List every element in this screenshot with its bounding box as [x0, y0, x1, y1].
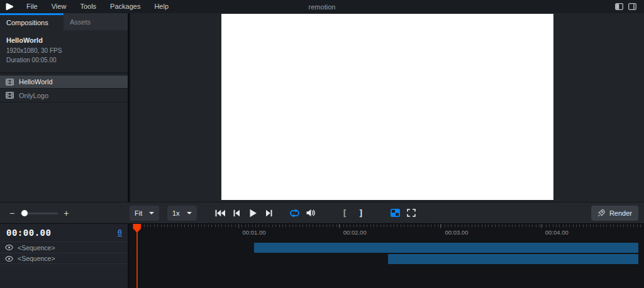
- timeline-time-row: 00:00.00 0: [0, 224, 128, 241]
- render-button-label: Render: [609, 209, 632, 217]
- tab-assets[interactable]: Assets: [64, 13, 128, 30]
- ruler-label: 00:01.00: [243, 229, 266, 236]
- left-sidebar: Compositions Assets HelloWorld 1920x1080…: [0, 13, 129, 202]
- zoom-slider[interactable]: [20, 209, 58, 217]
- timeline-zoom-controls: − +: [0, 209, 130, 218]
- fullscreen-icon[interactable]: [405, 207, 418, 219]
- sequence-bar-2[interactable]: [388, 254, 638, 264]
- ruler-tick: [541, 224, 541, 228]
- composition-list: HelloWorld OnlyLogo: [0, 75, 128, 102]
- remotion-studio-window: File View Tools Packages Help remotion C…: [0, 0, 644, 288]
- video-canvas[interactable]: [221, 14, 553, 200]
- composition-info: HelloWorld 1920x1080, 30 FPS Duration 00…: [0, 30, 128, 74]
- playhead-marker[interactable]: [133, 224, 141, 233]
- chevron-down-icon: [149, 212, 154, 214]
- rocket-icon: [597, 209, 606, 217]
- player-toolbar: − + Fit 1x: [0, 202, 644, 223]
- play-button[interactable]: [247, 207, 259, 219]
- toggle-right-panel-icon[interactable]: [628, 3, 636, 10]
- ruler-label: 00:04.00: [545, 229, 569, 236]
- film-icon: [6, 79, 14, 86]
- ruler-tick: [339, 224, 340, 228]
- set-in-point-button[interactable]: [: [338, 207, 351, 219]
- ruler-label: 00:02.00: [343, 229, 367, 236]
- track-row-sequence-1[interactable]: <Sequence>: [0, 241, 128, 253]
- film-icon: [6, 92, 14, 99]
- current-timecode: 00:00.00: [6, 228, 51, 238]
- menu-packages[interactable]: Packages: [103, 0, 147, 13]
- render-button[interactable]: Render: [591, 206, 638, 221]
- out-point-bracket: ]: [358, 208, 364, 218]
- visibility-eye-icon[interactable]: [5, 245, 13, 250]
- menu-tools[interactable]: Tools: [73, 0, 103, 13]
- menu-help[interactable]: Help: [147, 0, 175, 13]
- set-out-point-button[interactable]: ]: [355, 207, 367, 219]
- playhead-line: [136, 224, 138, 288]
- track-label: <Sequence>: [18, 244, 55, 252]
- menu-file[interactable]: File: [19, 0, 45, 13]
- zoom-in-button[interactable]: +: [64, 209, 69, 218]
- playback-speed-dropdown[interactable]: 1x: [167, 206, 197, 221]
- toggle-left-panel-icon[interactable]: [615, 3, 623, 10]
- ruler-tick: [238, 224, 239, 228]
- jump-to-start-button[interactable]: [214, 207, 226, 219]
- remotion-logo-icon[interactable]: [5, 3, 14, 11]
- canvas-size-dropdown[interactable]: Fit: [130, 206, 159, 221]
- visibility-eye-icon[interactable]: [5, 256, 13, 262]
- track-label: <Sequence>: [18, 255, 55, 262]
- panel-toggles: [615, 3, 644, 10]
- in-point-bracket: [: [342, 208, 347, 218]
- timeline-panel: 00:00.00 0 <Sequence> <Sequence>: [0, 223, 644, 288]
- timeline-track-header: 00:00.00 0 <Sequence> <Sequence>: [0, 224, 129, 288]
- current-frame-link[interactable]: 0: [118, 228, 122, 237]
- chevron-down-icon: [187, 212, 192, 214]
- volume-icon[interactable]: [304, 207, 317, 219]
- previous-frame-button[interactable]: [230, 207, 243, 219]
- composition-duration: Duration 00:05.00: [6, 56, 121, 65]
- tab-compositions[interactable]: Compositions: [0, 13, 64, 30]
- menu-view[interactable]: View: [45, 0, 74, 13]
- zoom-slider-knob[interactable]: [21, 210, 28, 216]
- composition-resolution: 1920x1080, 30 FPS: [6, 47, 121, 56]
- ruler-tick: [440, 224, 441, 228]
- preview-area: [130, 13, 644, 202]
- playback-speed-value: 1x: [172, 209, 180, 217]
- playback-controls: Fit 1x: [130, 206, 418, 221]
- composition-name: HelloWorld: [6, 36, 121, 44]
- sidebar-tabs: Compositions Assets: [0, 13, 128, 30]
- composition-item-label: HelloWorld: [19, 78, 53, 86]
- composition-item-label: OnlyLogo: [19, 92, 48, 99]
- composition-item-onlylogo[interactable]: OnlyLogo: [0, 89, 128, 102]
- ruler-label: 00:03.00: [445, 229, 468, 236]
- timeline-ruler-minor-ticks: [137, 224, 644, 227]
- zoom-out-button[interactable]: −: [9, 209, 14, 218]
- loop-toggle-icon[interactable]: [288, 207, 301, 219]
- menubar: File View Tools Packages Help remotion: [0, 0, 644, 13]
- next-frame-button[interactable]: [263, 207, 275, 219]
- track-row-sequence-2[interactable]: <Sequence>: [0, 253, 128, 264]
- transparency-toggle-icon[interactable]: [389, 207, 401, 219]
- timeline-tracks-area[interactable]: 00:01.00 00:02.00 00:03.00 00:04.00: [130, 224, 644, 288]
- composition-item-helloworld[interactable]: HelloWorld: [0, 75, 128, 89]
- canvas-size-value: Fit: [135, 209, 142, 217]
- sequence-bar-1[interactable]: [254, 243, 638, 253]
